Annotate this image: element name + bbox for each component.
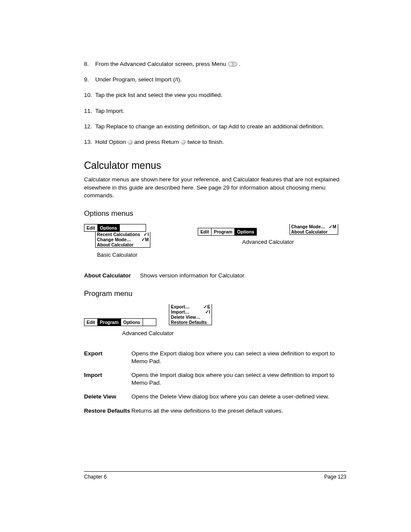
- menu-item-label: About Calculator: [291, 229, 328, 234]
- advanced-calculator-options-menu: Edit Program Options Change Mode…✓M Abou…: [198, 224, 338, 259]
- step-9: 9. Under Program, select Import (/I).: [84, 76, 346, 84]
- definition-term: Export: [84, 350, 131, 365]
- step-13: 13. Hold Option and press Return twice t…: [84, 138, 346, 146]
- program-menu-heading: Program menu: [84, 289, 346, 299]
- return-key-icon: [181, 140, 186, 145]
- definition-row: Export Opens the Export dialog box where…: [84, 350, 346, 365]
- section-intro: Calculator menus are shown here for your…: [84, 176, 346, 199]
- step-10: 10. Tap the pick list and select the vie…: [84, 91, 346, 99]
- menu-item-label: Change Mode…: [97, 237, 131, 242]
- menu-item: About Calculator: [290, 229, 338, 234]
- menu-item-label: Change Mode…: [291, 224, 325, 229]
- step-text: Tap Replace to change an existing defini…: [95, 123, 346, 131]
- options-menu-screenshots: Edit Options Recent Calculations✓I Chang…: [84, 224, 346, 259]
- definition-term: About Calculator: [84, 272, 140, 280]
- menu-tab-edit: Edit: [198, 228, 212, 235]
- step-text: Tap Import.: [95, 107, 346, 115]
- menu-bar: Edit Program Options: [84, 318, 156, 326]
- menu-dropdown: Change Mode…✓M About Calculator: [290, 224, 338, 235]
- step-text-mid: and press Return: [134, 139, 181, 145]
- step-text: From the Advanced Calculator screen, pre…: [95, 60, 346, 68]
- definition-desc: Opens the Export dialog box where you ca…: [131, 350, 346, 365]
- menu-item: Delete View…: [169, 314, 211, 320]
- step-text-pre: From the Advanced Calculator screen, pre…: [95, 61, 228, 67]
- menu-item-shortcut: ✓E: [203, 304, 210, 309]
- menu-item-shortcut: ✓I: [143, 232, 149, 237]
- menu-tab-options: Options: [121, 319, 143, 326]
- menu-tab-edit: Edit: [84, 224, 98, 231]
- menu-dropdown: Recent Calculations✓I Change Mode…✓M Abo…: [95, 232, 150, 248]
- menu-item: Change Mode…✓M: [96, 237, 150, 242]
- definition-desc: Shows version information for Calculator…: [140, 272, 346, 280]
- step-number: 9.: [84, 76, 95, 84]
- step-number: 12.: [84, 123, 95, 131]
- menu-caption: Basic Calculator: [84, 251, 150, 259]
- menu-item: Restore Defaults: [169, 320, 211, 325]
- menu-tab-options: Options: [98, 224, 120, 231]
- menu-item: Change Mode…✓M: [290, 224, 338, 229]
- step-text-post: .: [239, 61, 240, 67]
- menu-item: Export…✓E: [169, 304, 211, 309]
- document-page: 8. From the Advanced Calculator screen, …: [0, 0, 411, 532]
- definition-row: About Calculator Shows version informati…: [84, 272, 346, 280]
- menu-tab-program: Program: [98, 319, 121, 326]
- menu-item-shortcut: ✓M: [329, 224, 336, 229]
- step-number: 13.: [84, 138, 95, 146]
- options-menus-heading: Options menus: [84, 209, 346, 219]
- menu-bar-spacer: [120, 224, 146, 231]
- menu-item-shortcut: ✓M: [141, 237, 149, 242]
- menu-tab-program: Program: [212, 228, 235, 235]
- definition-term: Restore Defaults: [84, 407, 131, 415]
- step-text: Tap the pick list and select the view yo…: [95, 91, 346, 99]
- section-heading: Calculator menus: [84, 159, 346, 172]
- menu-bar: Edit Program Options: [198, 228, 257, 236]
- menu-item-shortcut: ✓I: [205, 309, 210, 314]
- menu-tab-options: Options: [235, 228, 256, 235]
- step-text-pre: Hold Option: [95, 139, 128, 145]
- step-number: 10.: [84, 91, 95, 99]
- step-text: Hold Option and press Return twice to fi…: [95, 138, 346, 146]
- step-text: Under Program, select Import (/I).: [95, 76, 346, 84]
- menu-tab-edit: Edit: [84, 319, 98, 326]
- definition-row: Import Opens the Import dialog box where…: [84, 371, 346, 387]
- menu-bar: Edit Options: [84, 224, 146, 232]
- step-number: 8.: [84, 60, 95, 68]
- definition-desc: Opens the Delete View dialog box where y…: [131, 393, 346, 401]
- definition-row: Restore Defaults Returns all the view de…: [84, 407, 346, 415]
- menu-item-label: Import…: [171, 309, 189, 314]
- definition-row: Delete View Opens the Delete View dialog…: [84, 393, 346, 401]
- step-11: 11. Tap Import.: [84, 107, 346, 115]
- step-12: 12. Tap Replace to change an existing de…: [84, 123, 346, 131]
- page-footer: Chapter 6 Page 123: [84, 471, 346, 480]
- menu-item-label: Export…: [171, 304, 190, 309]
- definition-desc: Returns all the view definitions to the …: [131, 407, 346, 415]
- menu-item-label: Restore Defaults: [171, 320, 206, 325]
- menu-item: Import…✓I: [169, 309, 211, 314]
- menu-item: About Calculator: [96, 242, 150, 247]
- menu-caption: Advanced Calculator: [198, 238, 338, 246]
- menu-dropdown: Export…✓E Import…✓I Delete View… Restore…: [169, 304, 212, 325]
- menu-caption: Advanced Calculator: [84, 330, 212, 337]
- step-8: 8. From the Advanced Calculator screen, …: [84, 60, 346, 68]
- step-text-post: twice to finish.: [187, 139, 224, 145]
- option-key-icon: [128, 140, 133, 145]
- footer-page: Page 123: [324, 473, 346, 480]
- advanced-calculator-program-menu: Edit Program Options Export…✓E Import…✓I…: [84, 304, 212, 337]
- menu-item-label: Delete View…: [171, 314, 200, 320]
- footer-chapter: Chapter 6: [84, 473, 107, 480]
- menu-bar-spacer: [143, 319, 156, 326]
- program-menu-definitions: Export Opens the Export dialog box where…: [84, 350, 346, 415]
- menu-item-label: About Calculator: [97, 242, 134, 247]
- menu-button-icon: [228, 62, 237, 67]
- definition-term: Import: [84, 371, 131, 387]
- menu-item-label: Recent Calculations: [97, 232, 140, 237]
- step-list: 8. From the Advanced Calculator screen, …: [84, 60, 346, 146]
- basic-calculator-menu: Edit Options Recent Calculations✓I Chang…: [84, 224, 150, 259]
- definition-desc: Opens the Import dialog box where you ca…: [131, 371, 346, 387]
- step-number: 11.: [84, 107, 95, 115]
- definition-term: Delete View: [84, 393, 131, 401]
- menu-item: Recent Calculations✓I: [96, 232, 150, 237]
